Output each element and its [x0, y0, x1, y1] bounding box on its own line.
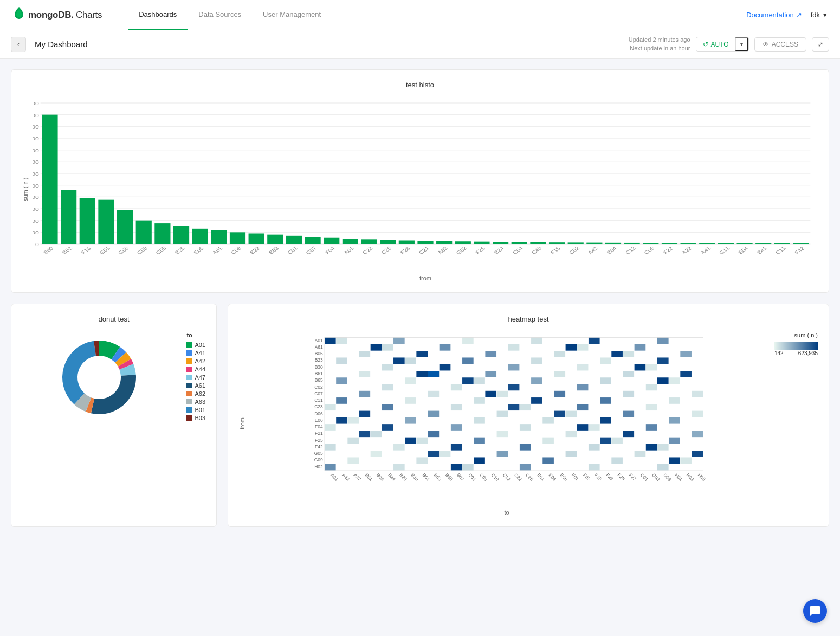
histogram-x-axis-label: from [33, 275, 818, 281]
svg-text:B67: B67 [456, 472, 466, 482]
svg-rect-126 [611, 351, 623, 357]
svg-text:B65: B65 [315, 377, 323, 383]
svg-text:C25: C25 [380, 246, 393, 255]
svg-rect-179 [520, 404, 531, 410]
svg-rect-147 [623, 371, 634, 377]
svg-rect-238 [680, 457, 692, 464]
svg-text:F01: F01 [571, 472, 580, 482]
auto-refresh-dropdown[interactable]: ▾ [735, 37, 748, 51]
svg-text:H05: H05 [697, 472, 707, 482]
svg-rect-117 [440, 344, 451, 351]
svg-rect-33 [173, 226, 189, 244]
svg-text:A22: A22 [681, 246, 694, 255]
svg-text:G05: G05 [314, 451, 323, 456]
svg-rect-242 [462, 464, 474, 471]
svg-rect-246 [428, 371, 440, 377]
back-button[interactable]: ‹ [11, 37, 26, 52]
svg-rect-157 [382, 384, 393, 391]
svg-text:F16: F16 [80, 246, 92, 255]
svg-rect-229 [566, 451, 577, 457]
svg-rect-141 [646, 364, 657, 371]
svg-rect-64 [755, 243, 771, 244]
svg-rect-55 [586, 243, 602, 244]
svg-text:F21: F21 [315, 431, 323, 436]
svg-rect-114 [657, 338, 669, 344]
svg-text:B24: B24 [493, 246, 506, 255]
svg-rect-191 [405, 417, 416, 424]
legend-swatch [186, 367, 192, 372]
svg-text:B05: B05 [315, 351, 323, 356]
svg-rect-210 [347, 438, 359, 444]
svg-text:C23: C23 [314, 404, 323, 409]
svg-rect-201 [589, 424, 600, 431]
donut-card: donut test to A01A41A42A44A47A61A62A63B0… [11, 304, 217, 527]
legend-swatch [186, 375, 192, 380]
svg-text:C11: C11 [774, 246, 787, 255]
heatmap-area: from A01A61B05B23B30B61B65C02C07C11C23D0… [239, 332, 818, 516]
svg-text:900,000: 900,000 [33, 136, 39, 142]
histogram-title: test histo [22, 81, 818, 89]
svg-rect-159 [508, 384, 520, 391]
svg-text:F27: F27 [628, 472, 638, 482]
svg-text:G03: G03 [651, 472, 661, 483]
svg-text:G09: G09 [314, 457, 323, 462]
svg-text:B61: B61 [422, 472, 431, 482]
svg-text:E06: E06 [315, 417, 323, 423]
svg-rect-66 [793, 243, 809, 244]
svg-rect-121 [635, 344, 646, 351]
svg-rect-212 [416, 438, 428, 444]
svg-text:B63: B63 [267, 246, 280, 255]
svg-rect-180 [577, 404, 589, 410]
svg-text:400,000: 400,000 [33, 195, 39, 200]
svg-rect-153 [531, 377, 542, 384]
user-menu[interactable]: fdk ▾ [811, 11, 827, 19]
user-name: fdk [811, 11, 820, 19]
svg-text:C11: C11 [314, 397, 323, 403]
svg-rect-36 [230, 232, 245, 244]
svg-rect-208 [623, 431, 634, 437]
svg-rect-120 [577, 344, 589, 351]
documentation-link[interactable]: Documentation ↗ [746, 11, 802, 19]
auto-refresh-button[interactable]: ↺ AUTO [696, 38, 735, 51]
legend-swatch [186, 383, 192, 388]
svg-rect-236 [611, 457, 623, 464]
svg-rect-213 [474, 438, 485, 444]
svg-rect-124 [485, 351, 496, 357]
svg-text:C10: C10 [490, 472, 500, 482]
svg-rect-40 [305, 237, 321, 244]
svg-rect-169 [336, 397, 347, 404]
svg-text:0: 0 [35, 242, 39, 247]
last-updated: Updated 2 minutes ago [629, 36, 690, 44]
svg-text:C12: C12 [502, 472, 512, 482]
svg-rect-54 [568, 242, 584, 244]
svg-text:G08: G08 [662, 472, 673, 483]
donut-content: to A01A41A42A44A47A61A62A63B01B03 [22, 332, 205, 423]
svg-rect-205 [428, 431, 440, 437]
logo-leaf-icon [13, 7, 25, 23]
svg-text:B65: B65 [444, 472, 454, 482]
svg-rect-183 [428, 411, 440, 417]
svg-rect-129 [336, 357, 347, 364]
svg-text:E04: E04 [737, 246, 750, 255]
legend-item: A62 [186, 390, 205, 397]
access-button[interactable]: 👁 ACCESS [754, 37, 806, 52]
svg-rect-122 [359, 351, 371, 357]
svg-rect-135 [657, 357, 669, 364]
heatmap-legend: sum ( n ) 142 623,935 [774, 332, 818, 516]
svg-rect-108 [325, 338, 336, 344]
nav-tab-user-management[interactable]: User Management [252, 0, 332, 30]
eye-icon: 👁 [763, 41, 769, 48]
nav-tab-dashboards[interactable]: Dashboards [128, 0, 188, 30]
svg-text:F15: F15 [549, 246, 561, 255]
svg-rect-214 [542, 438, 554, 444]
svg-text:F15: F15 [593, 472, 603, 482]
svg-rect-46 [417, 241, 433, 244]
heatmap-y-axis-label: from [239, 332, 245, 516]
svg-rect-194 [600, 417, 611, 424]
nav-tab-data-sources[interactable]: Data Sources [188, 0, 252, 30]
fullscreen-button[interactable]: ⤢ [812, 37, 829, 52]
svg-text:F25: F25 [616, 472, 626, 482]
svg-text:B61: B61 [315, 371, 323, 376]
svg-rect-27 [61, 190, 76, 244]
svg-rect-243 [520, 464, 531, 471]
